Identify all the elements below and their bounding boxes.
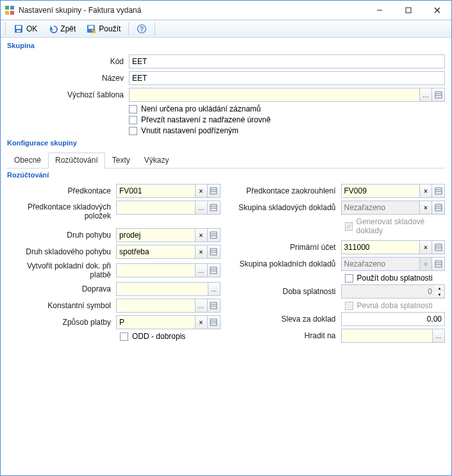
tab-texty[interactable]: Texty bbox=[105, 152, 137, 168]
predkontace-zaok-lookup-button[interactable] bbox=[432, 184, 445, 198]
druh-sklad-pohybu-lookup-button[interactable] bbox=[208, 245, 221, 259]
help-icon: ? bbox=[137, 24, 147, 34]
skupina-sklad-input[interactable]: Nezařazeno bbox=[341, 201, 420, 215]
doba-splat-input: 0 bbox=[341, 284, 435, 299]
svg-rect-30 bbox=[210, 267, 217, 274]
skupina-sklad-label: Skupina skladových dokladů bbox=[232, 203, 341, 212]
sablona-lookup-button[interactable] bbox=[432, 88, 445, 102]
konst-sym-input[interactable] bbox=[116, 299, 195, 313]
konfig-legend: Konfigurace skupiny bbox=[7, 139, 81, 147]
maximize-button[interactable] bbox=[394, 1, 423, 20]
druh-sklad-pohybu-label: Druh skladového pohybu bbox=[7, 247, 116, 256]
skupina-sklad-lookup-button[interactable] bbox=[432, 201, 445, 215]
vytvorit-lookup-button[interactable] bbox=[208, 263, 221, 277]
skupina-group: Skupina bbox=[7, 43, 445, 52]
konst-sym-lookup-button[interactable] bbox=[208, 299, 221, 313]
ok-button[interactable]: OK bbox=[9, 22, 42, 36]
tab-obecne[interactable]: Obecné bbox=[7, 152, 48, 168]
druh-pohybu-lookup-button[interactable] bbox=[208, 228, 221, 242]
sablona-browse-button[interactable] bbox=[419, 88, 432, 102]
app-icon bbox=[4, 5, 15, 15]
help-button[interactable]: ? bbox=[132, 22, 151, 36]
primarni-clear-button[interactable]: × bbox=[419, 240, 432, 254]
vytvorit-label: Vytvořit pokladní dok. při platbě bbox=[7, 261, 116, 279]
vytvorit-browse-button[interactable] bbox=[195, 263, 208, 277]
kod-input[interactable]: EET bbox=[129, 54, 445, 69]
predkontace-sklad-lookup-button[interactable] bbox=[208, 201, 221, 215]
svg-rect-27 bbox=[210, 249, 217, 255]
sleva-input[interactable]: 0,00 bbox=[341, 312, 446, 326]
nazev-input[interactable]: EET bbox=[129, 71, 445, 85]
predkontace-sklad-browse-button[interactable] bbox=[195, 201, 208, 215]
svg-rect-0 bbox=[5, 6, 9, 10]
chk-pouzit-splat[interactable] bbox=[345, 274, 353, 283]
predkontace-sklad-input[interactable] bbox=[116, 201, 195, 215]
sablona-input[interactable] bbox=[129, 88, 419, 102]
konfig-group: Konfigurace skupiny bbox=[7, 140, 445, 149]
lookup-icon bbox=[210, 248, 217, 256]
primarni-lookup-button[interactable] bbox=[432, 240, 445, 254]
svg-rect-18 bbox=[210, 188, 217, 194]
hradit-label: Hradit na bbox=[232, 331, 341, 340]
predkontace-clear-button[interactable]: × bbox=[195, 184, 208, 198]
zpusob-lookup-button[interactable] bbox=[208, 315, 221, 329]
doba-splat-spinner: ▲▼ bbox=[435, 284, 445, 299]
svg-rect-48 bbox=[435, 261, 442, 267]
minimize-button[interactable] bbox=[365, 1, 394, 20]
predkontace-zaok-clear-button[interactable]: × bbox=[419, 184, 432, 198]
hradit-input[interactable] bbox=[341, 329, 433, 343]
svg-rect-36 bbox=[210, 319, 217, 325]
tab-vykazy[interactable]: Výkazy bbox=[137, 152, 176, 168]
primarni-input[interactable]: 311000 bbox=[341, 240, 420, 254]
chk-vnutit-label: Vnutit nastavení podřízeným bbox=[141, 126, 239, 135]
chk-pouzit-splat-label: Použít dobu splatnosti bbox=[357, 274, 433, 283]
rozuctovani-subgroup: Rozúčtování bbox=[7, 172, 445, 181]
zpusob-label: Způsob platby bbox=[7, 318, 116, 327]
lookup-icon bbox=[210, 187, 217, 195]
skupina-pokl-input[interactable]: Nezařazeno bbox=[341, 257, 420, 271]
predkontace-zaok-input[interactable]: FV009 bbox=[341, 184, 420, 198]
druh-pohybu-label: Druh pohybu bbox=[7, 231, 116, 240]
doba-splat-label: Doba splatnosti bbox=[232, 287, 341, 296]
druh-pohybu-clear-button[interactable]: × bbox=[195, 228, 208, 242]
zpusob-clear-button[interactable]: × bbox=[195, 315, 208, 329]
lookup-icon bbox=[210, 267, 217, 274]
pouzit-button[interactable]: Použít bbox=[81, 22, 125, 36]
chk-vnutit[interactable] bbox=[129, 127, 137, 135]
vytvorit-input[interactable] bbox=[116, 263, 195, 277]
skupina-pokl-lookup-button[interactable] bbox=[432, 257, 445, 271]
primarni-label: Primární účet bbox=[232, 243, 341, 252]
chk-prevzit-label: Převzít nastavení z nadřazené úrovně bbox=[141, 115, 271, 124]
chk-prevzit[interactable] bbox=[129, 116, 137, 124]
konst-sym-browse-button[interactable] bbox=[195, 299, 208, 313]
svg-rect-10 bbox=[17, 30, 21, 32]
predkontace-lookup-button[interactable] bbox=[208, 184, 221, 198]
pouzit-label: Použít bbox=[99, 24, 121, 33]
chk-pevna-doba bbox=[345, 302, 353, 310]
druh-pohybu-input[interactable]: prodej bbox=[116, 228, 195, 242]
chk-odd-dobropis[interactable] bbox=[120, 332, 128, 341]
lookup-icon bbox=[210, 231, 217, 239]
doprava-browse-button[interactable] bbox=[208, 282, 221, 296]
kod-label: Kód bbox=[7, 57, 129, 66]
svg-rect-2 bbox=[5, 11, 9, 15]
svg-rect-3 bbox=[10, 11, 14, 15]
doprava-input[interactable] bbox=[116, 282, 208, 296]
tab-rozuctovani[interactable]: Rozúčtování bbox=[48, 152, 105, 168]
lookup-icon bbox=[435, 91, 442, 99]
window-title: Nastavení skupiny - Faktura vydaná bbox=[19, 6, 365, 15]
druh-sklad-pohybu-input[interactable]: spotřeba bbox=[116, 245, 195, 259]
chk-neni-urcena[interactable] bbox=[129, 105, 137, 113]
hradit-browse-button[interactable] bbox=[432, 329, 445, 343]
svg-rect-5 bbox=[406, 8, 411, 13]
skupina-sklad-clear-button[interactable]: × bbox=[419, 201, 432, 215]
zpet-button[interactable]: Zpět bbox=[43, 22, 80, 36]
druh-sklad-pohybu-clear-button[interactable]: × bbox=[195, 245, 208, 259]
predkontace-input[interactable]: FV001 bbox=[116, 184, 195, 198]
zpusob-input[interactable]: P bbox=[116, 315, 195, 329]
toolbar-separator bbox=[155, 22, 155, 35]
save-icon bbox=[13, 24, 24, 34]
svg-rect-12 bbox=[88, 26, 94, 29]
lookup-icon bbox=[210, 318, 217, 326]
close-button[interactable] bbox=[423, 1, 451, 20]
